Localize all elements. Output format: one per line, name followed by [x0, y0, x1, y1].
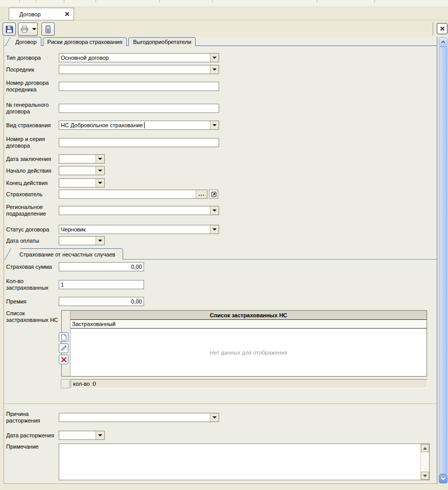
insured-count-label: Кол-во застрахованных	[6, 278, 59, 291]
grid-row-count: кол-во :0	[70, 379, 428, 388]
chevron-down-icon[interactable]	[210, 121, 219, 129]
scrollbar-down-button[interactable]	[439, 474, 447, 483]
document-tab-title: Договор	[19, 11, 41, 17]
insurance-kind-combo[interactable]: НС Добровольное страхование	[59, 121, 219, 130]
tab-beneficiaries[interactable]: Выгодоприобретатели	[128, 37, 196, 46]
grid-column-header-insured[interactable]: Застрахованный	[70, 320, 427, 329]
delete-row-button[interactable]	[59, 355, 68, 364]
intermediary-contract-number-input[interactable]	[59, 82, 219, 91]
conclusion-date-picker[interactable]	[59, 154, 105, 164]
close-icon	[440, 26, 445, 31]
payment-date-picker[interactable]	[59, 236, 105, 245]
contract-window: Договор	[0, 0, 448, 490]
chevron-down-icon[interactable]	[210, 225, 219, 234]
intermediary-value	[59, 65, 210, 74]
scroll-up-button[interactable]	[421, 444, 429, 452]
window-scrollbar[interactable]	[439, 37, 447, 483]
chevron-down-icon	[32, 28, 36, 30]
chevron-down-icon[interactable]	[96, 155, 104, 163]
save-button[interactable]	[3, 22, 16, 36]
chevron-down-icon[interactable]	[96, 431, 104, 439]
grid-footer: кол-во :0	[61, 379, 428, 388]
insured-count-input[interactable]: 1	[59, 280, 144, 289]
document-tab-bar: Договор	[0, 7, 448, 20]
contract-number-series-label: Номер и серия договора	[6, 136, 59, 149]
new-document-icon	[61, 334, 67, 341]
contract-form: Договор Риски договора страхования Выгод…	[4, 37, 437, 484]
end-date-label: Конец действия	[6, 180, 59, 186]
grid-empty-message: Нет данных для отображения	[210, 349, 288, 356]
tab-contract-risks[interactable]: Риски договора страхования	[43, 37, 127, 46]
intermediary-label: Посредник	[6, 66, 59, 73]
regional-division-select[interactable]	[59, 206, 219, 215]
contract-type-label: Тип договора	[6, 55, 59, 61]
pen-icon	[60, 345, 67, 352]
end-date-picker[interactable]	[59, 178, 105, 188]
note-label: Примечание	[6, 444, 59, 450]
edit-row-button[interactable]	[59, 343, 68, 353]
scrollbar-up-button[interactable]	[439, 37, 447, 46]
triangle-down-icon	[423, 475, 427, 477]
policyholder-label: Страхователь	[6, 191, 59, 198]
chevron-down-icon[interactable]	[210, 413, 219, 422]
conclusion-date-label: Дата заключения	[6, 156, 59, 162]
termination-date-picker[interactable]	[59, 431, 105, 440]
text-cursor	[144, 122, 145, 128]
contract-type-value: Основной договор	[59, 54, 210, 62]
termination-reason-label: Причина расторжения	[6, 411, 59, 424]
chevron-down-icon[interactable]	[210, 65, 219, 74]
delete-x-icon	[61, 357, 67, 363]
policyholder-field[interactable]: ...	[59, 190, 207, 199]
insured-list-label: Список застрахованных НС	[6, 310, 59, 323]
termination-date-label: Дата расторжения	[6, 432, 59, 439]
contract-number-series-input[interactable]	[59, 138, 219, 147]
general-contract-number-input[interactable]	[59, 104, 219, 113]
start-date-picker[interactable]	[59, 166, 105, 175]
insurance-kind-value: НС Добровольное страхование	[61, 122, 143, 128]
premium-input[interactable]: 0,00	[59, 297, 144, 306]
print-options-dropdown[interactable]	[31, 22, 38, 36]
note-textarea[interactable]	[59, 444, 430, 480]
contract-status-label: Статус договора	[6, 226, 59, 233]
browse-ellipsis-button[interactable]: ...	[196, 190, 207, 198]
insurance-kind-label: Вид страхования	[6, 122, 59, 129]
print-button[interactable]	[18, 22, 31, 36]
open-policyholder-button[interactable]	[209, 190, 218, 199]
chevron-down-icon[interactable]	[96, 167, 104, 175]
close-window-button[interactable]	[437, 23, 447, 34]
chevron-down-icon[interactable]	[210, 206, 219, 215]
top-strip	[0, 0, 448, 7]
add-row-button[interactable]	[59, 332, 68, 342]
contract-type-select[interactable]: Основной договор	[59, 53, 219, 62]
note-scrollbar[interactable]	[420, 444, 429, 480]
chevron-down-icon[interactable]	[210, 54, 219, 62]
scroll-down-button[interactable]	[421, 472, 429, 480]
contract-status-value: Черновик	[59, 225, 210, 234]
termination-reason-select[interactable]	[59, 413, 219, 422]
tab-accident-insurance[interactable]: Страхование от несчастных случаев	[12, 248, 123, 260]
tab-close-icon[interactable]	[64, 11, 70, 17]
intermediary-select[interactable]	[59, 65, 219, 74]
sum-insured-label: Страховая сумма	[6, 264, 59, 270]
chevron-up-icon	[441, 40, 445, 43]
chevron-down-icon[interactable]	[96, 179, 104, 187]
toolbar-separator	[433, 22, 433, 35]
contract-status-select[interactable]: Черновик	[59, 225, 219, 234]
sum-insured-input[interactable]: 0,00	[59, 262, 144, 271]
start-date-label: Начало действия	[6, 168, 59, 174]
accident-section-tab-bar: Страхование от несчастных случаев	[4, 248, 437, 260]
printer-icon	[20, 25, 29, 34]
intermediary-contract-number-label: Номер договора посредника	[6, 80, 59, 93]
grid-body[interactable]: Нет данных для отображения	[70, 329, 427, 376]
open-external-icon	[211, 192, 217, 197]
calculate-button[interactable]	[41, 22, 55, 36]
floppy-disk-icon	[5, 25, 14, 34]
tab-contract[interactable]: Договор	[11, 37, 41, 46]
scrollbar-thumb[interactable]	[439, 46, 447, 474]
chevron-down-icon[interactable]	[96, 237, 104, 245]
grid-footer-selector-cell	[61, 379, 69, 388]
insured-list-grid: Список застрахованных НС Застрахованный …	[61, 310, 427, 377]
payment-date-label: Дата оплаты	[6, 238, 59, 244]
document-tab-contract[interactable]: Договор	[9, 8, 74, 20]
section-separator	[4, 404, 437, 405]
